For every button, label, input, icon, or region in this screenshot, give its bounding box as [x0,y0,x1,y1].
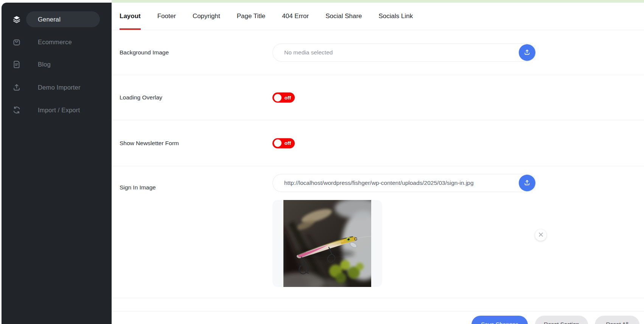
setting-row-loading-overlay: Loading Overlay off [112,75,644,120]
upload-icon [524,179,530,187]
tab-page-title[interactable]: Page Title [237,3,266,30]
setting-label: Background Image [120,49,169,56]
upload-media-button[interactable] [519,44,535,61]
sign-in-image-url-input[interactable] [272,174,536,192]
upload-icon [12,83,21,91]
sidebar-item-demo-importer[interactable]: Demo Importer [2,76,112,99]
upload-media-button[interactable] [519,175,535,191]
toggle-knob [274,140,282,147]
media-input-wrapper [272,174,536,192]
tab-bar: Layout Footer Copyright Page Title 404 E… [112,3,644,30]
upload-icon [524,49,530,57]
background-image-input[interactable] [272,43,536,62]
sidebar-item-general[interactable]: General [2,8,112,31]
sidebar-item-import-export[interactable]: Import / Export [2,99,112,121]
sidebar-item-label: General [38,16,61,23]
reset-all-button[interactable]: Reset All [595,316,639,324]
sync-icon [12,106,21,114]
tab-socials-link[interactable]: Socials Link [379,3,413,30]
tab-social-share[interactable]: Social Share [325,3,362,30]
top-strip [112,0,644,3]
tab-404-error[interactable]: 404 Error [282,3,309,30]
show-newsletter-form-toggle[interactable]: off [272,138,295,148]
tab-footer[interactable]: Footer [157,3,176,30]
toggle-state-label: off [285,140,291,146]
shopping-bag-icon [12,38,21,46]
sidebar-item-label: Ecommerce [38,39,72,46]
sidebar-item-blog[interactable]: Blog [2,53,112,76]
tab-layout[interactable]: Layout [120,3,141,30]
loading-overlay-toggle[interactable]: off [272,93,295,103]
theme-options-page: General Ecommerce Blog [0,0,644,324]
actions-footer: Save Changes Reset Section Reset All [112,311,644,324]
setting-row-sign-in-image: Sign In Image [112,166,644,298]
setting-label: Sign In Image [120,184,156,191]
tab-copyright[interactable]: Copyright [193,3,220,30]
setting-row-background-image: Background Image [112,30,644,75]
document-icon [12,60,21,68]
layers-icon [12,15,21,23]
sign-in-image-preview [283,200,371,287]
sidebar: General Ecommerce Blog [2,3,112,324]
reset-section-button[interactable]: Reset Section [535,316,588,324]
toggle-state-label: off [285,95,291,101]
sidebar-active-pill: General [26,11,100,27]
settings-panel: Layout Footer Copyright Page Title 404 E… [112,3,644,324]
save-changes-button[interactable]: Save Changes [471,316,528,324]
setting-row-show-newsletter-form: Show Newsletter Form off [112,120,644,166]
sidebar-item-label: Blog [38,61,51,68]
sidebar-item-label: Demo Importer [38,84,81,91]
setting-label: Loading Overlay [120,94,162,101]
remove-media-button[interactable] [535,229,546,241]
media-preview-card [272,200,382,287]
sidebar-item-ecommerce[interactable]: Ecommerce [2,31,112,53]
setting-label: Show Newsletter Form [120,140,179,147]
sidebar-item-label: Import / Export [38,107,80,114]
media-input-wrapper [272,43,536,62]
close-icon [538,232,543,238]
toggle-knob [274,94,282,101]
